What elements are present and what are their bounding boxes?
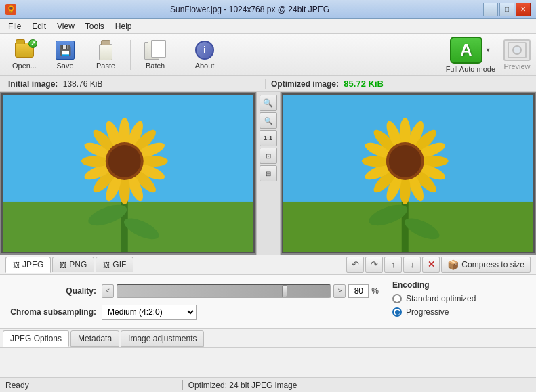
toolbar: ↗ Open... 💾 Save Paste Batch <box>0 34 536 76</box>
encoding-options: Encoding Standard optimized Progressive <box>392 280 528 323</box>
fit-window-button[interactable]: ⊡ <box>260 148 277 164</box>
options-left: Quality: < > 80 % Chroma subsampling: No… <box>8 280 379 323</box>
preview-icon <box>503 39 531 61</box>
quality-label: Quality: <box>8 286 96 296</box>
optimized-image <box>283 95 534 252</box>
status-bar: Ready Optimized: 24 bit JPEG image <box>0 377 536 392</box>
open-button[interactable]: ↗ Open... <box>5 37 43 73</box>
window-controls: − □ ✕ <box>483 3 531 16</box>
minimize-button[interactable]: − <box>483 3 498 16</box>
encoding-progressive-radio[interactable] <box>392 307 402 317</box>
tab-jpeg[interactable]: 🖼 JPEG <box>5 257 51 273</box>
tab-metadata[interactable]: Metadata <box>70 330 119 347</box>
title-bar-left: 🌻 <box>5 4 16 15</box>
tab-gif[interactable]: 🖼 GIF <box>96 257 133 272</box>
quality-slider[interactable] <box>117 284 331 298</box>
menu-tools[interactable]: Tools <box>80 20 110 32</box>
menu-help[interactable]: Help <box>110 20 138 32</box>
tab-jpeg-options[interactable]: JPEG Options <box>3 330 69 347</box>
zoom-1to1-button[interactable]: 1:1 <box>260 130 277 146</box>
image-info-bar: Initial image: 138.76 KiB Optimized imag… <box>0 76 536 92</box>
svg-point-45 <box>388 145 421 177</box>
svg-point-22 <box>108 145 141 177</box>
initial-image-label: Initial image: <box>8 79 58 89</box>
encoding-group: Encoding Standard optimized Progressive <box>392 280 528 317</box>
quality-value[interactable]: 80 <box>348 284 369 298</box>
tab-gif-label: GIF <box>112 260 126 269</box>
options-panel: Quality: < > 80 % Chroma subsampling: No… <box>0 275 536 329</box>
encoding-standard-label: Standard optimized <box>406 294 476 303</box>
maximize-button[interactable]: □ <box>499 3 514 16</box>
menu-view[interactable]: View <box>51 20 80 32</box>
status-optimized: Optimized: 24 bit JPEG image <box>188 380 531 390</box>
open-icon: ↗ <box>14 40 35 60</box>
format-tabs: 🖼 JPEG 🖼 PNG 🖼 GIF ↶ ↷ ↑ ↓ ✕ 📦 Compress … <box>0 255 536 275</box>
toolbar-separator <box>130 40 131 70</box>
save-button[interactable]: 💾 Save <box>46 37 84 73</box>
chroma-label: Chroma subsampling: <box>8 307 96 317</box>
app-icon: 🌻 <box>5 4 16 15</box>
open-label: Open... <box>12 62 37 70</box>
optimized-image-value: 85.72 KiB <box>344 79 384 89</box>
about-icon: i <box>194 40 215 60</box>
status-ready: Ready <box>5 380 177 390</box>
preview-button[interactable]: Preview <box>503 39 531 70</box>
about-button[interactable]: i About <box>186 37 224 73</box>
tab-png[interactable]: 🖼 PNG <box>52 257 94 272</box>
full-auto-button[interactable]: A ▼ Full Auto mode <box>446 37 495 73</box>
fit-width-button[interactable]: ⊟ <box>260 165 277 181</box>
chroma-select[interactable]: None (4:4:4) Low (4:1:1) Medium (4:2:0) … <box>102 305 197 320</box>
menu-file[interactable]: File <box>3 20 26 32</box>
zoom-in-button[interactable]: 🔍 <box>260 95 277 111</box>
close-button[interactable]: ✕ <box>516 3 531 16</box>
encoding-progressive-label: Progressive <box>406 307 449 317</box>
paste-label: Paste <box>96 62 115 70</box>
redo-button[interactable]: ↷ <box>365 257 383 273</box>
full-auto-icon: A <box>450 37 482 64</box>
tab-png-label: PNG <box>69 260 87 269</box>
image-area: 🔍 🔍 1:1 ⊡ ⊟ <box>0 92 536 255</box>
original-image <box>3 95 253 252</box>
png-icon: 🖼 <box>60 261 66 269</box>
undo-button[interactable]: ↶ <box>346 257 364 273</box>
remove-button[interactable]: ✕ <box>422 257 440 273</box>
quality-increase-button[interactable]: > <box>333 284 346 298</box>
initial-image-info: Initial image: 138.76 KiB <box>8 79 265 89</box>
save-label: Save <box>56 62 73 70</box>
batch-icon <box>144 40 166 60</box>
menu-edit[interactable]: Edit <box>26 20 51 32</box>
paste-icon <box>95 40 117 60</box>
quality-decrease-button[interactable]: < <box>102 284 114 298</box>
tab-jpeg-label: JPEG <box>22 260 43 269</box>
paste-button[interactable]: Paste <box>87 37 125 73</box>
compress-label: Compress to size <box>461 260 524 269</box>
slider-thumb[interactable] <box>282 285 287 297</box>
optimized-image-label: Optimized image: <box>271 79 339 89</box>
original-image-panel <box>1 93 255 253</box>
rotate-cw-button[interactable]: ↑ <box>384 257 402 273</box>
tab-image-adjustments[interactable]: Image adjustments <box>121 330 204 347</box>
quality-pct: % <box>371 286 379 296</box>
rotate-ccw-button[interactable]: ↓ <box>403 257 421 273</box>
preview-label: Preview <box>503 62 530 70</box>
encoding-progressive-option[interactable]: Progressive <box>392 307 528 317</box>
status-separator <box>182 380 183 390</box>
full-auto-label: Full Auto mode <box>446 65 495 73</box>
optimized-image-info: Optimized image: 85.72 KiB <box>265 79 528 89</box>
zoom-out-button[interactable]: 🔍 <box>260 112 277 129</box>
title-bar: 🌻 SunFlower.jpg - 1024x768 px @ 24bit JP… <box>0 0 536 19</box>
chroma-row: Chroma subsampling: None (4:4:4) Low (4:… <box>8 305 379 320</box>
toolbar-separator-2 <box>180 40 180 70</box>
compress-size-button[interactable]: 📦 Compress to size <box>441 257 531 273</box>
encoding-standard-option[interactable]: Standard optimized <box>392 294 528 303</box>
quality-slider-container: < > 80 % <box>102 284 379 298</box>
bottom-tabs: JPEG Options Metadata Image adjustments <box>0 329 536 348</box>
image-action-buttons: ↶ ↷ ↑ ↓ ✕ 📦 Compress to size <box>346 257 531 273</box>
encoding-standard-radio[interactable] <box>392 294 402 303</box>
menu-bar: File Edit View Tools Help <box>0 19 536 34</box>
encoding-label: Encoding <box>392 280 528 290</box>
optimized-image-panel <box>282 93 535 253</box>
image-zoom-controls: 🔍 🔍 1:1 ⊡ ⊟ <box>256 92 281 255</box>
batch-button[interactable]: Batch <box>136 37 174 73</box>
initial-image-value: 138.76 KiB <box>63 79 103 89</box>
